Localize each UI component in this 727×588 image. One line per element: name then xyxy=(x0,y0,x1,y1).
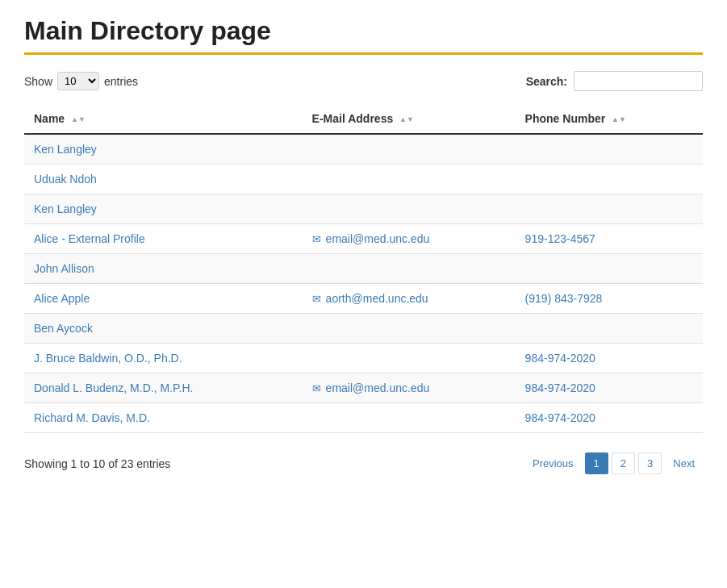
showing-entries-text: Showing 1 to 10 of 23 entries xyxy=(24,457,170,470)
column-name: Name ▲▼ xyxy=(24,104,303,134)
phone-link[interactable]: 919-123-4567 xyxy=(525,232,595,245)
page-title: Main Directory page xyxy=(24,16,703,46)
table-header-row: Name ▲▼ E-Mail Address ▲▼ Phone Number ▲… xyxy=(24,104,703,134)
row-email-cell xyxy=(303,314,516,344)
row-email-cell xyxy=(303,165,516,194)
prev-button[interactable]: Previous xyxy=(524,453,582,473)
title-divider xyxy=(24,52,703,55)
name-link[interactable]: Ben Aycock xyxy=(34,322,93,335)
row-phone-cell xyxy=(516,194,703,224)
name-link[interactable]: J. Bruce Baldwin, O.D., Ph.D. xyxy=(34,352,182,365)
row-phone-cell: 919-123-4567 xyxy=(516,224,703,254)
email-icon: ✉ xyxy=(312,233,321,245)
row-email-cell xyxy=(303,134,516,165)
page-2-button[interactable]: 2 xyxy=(612,452,635,474)
name-sort-icon[interactable]: ▲▼ xyxy=(71,116,86,123)
page-1-button[interactable]: 1 xyxy=(585,452,608,474)
table-row: Richard M. Davis, M.D.984-974-2020 xyxy=(24,403,703,433)
phone-link[interactable]: (919) 843-7928 xyxy=(525,292,603,305)
table-row: Alice - External Profile✉email@med.unc.e… xyxy=(24,224,703,254)
row-email-cell: ✉email@med.unc.edu xyxy=(303,224,516,254)
table-row: Alice Apple✉aorth@med.unc.edu(919) 843-7… xyxy=(24,284,703,314)
name-link[interactable]: Alice Apple xyxy=(34,292,90,305)
row-name-cell: John Allison xyxy=(24,254,303,284)
table-row: Uduak Ndoh xyxy=(24,165,703,194)
name-link[interactable]: Richard M. Davis, M.D. xyxy=(34,411,150,424)
row-phone-cell: 984-974-2020 xyxy=(516,344,703,373)
row-email-cell xyxy=(303,344,516,373)
row-email-cell: ✉email@med.unc.edu xyxy=(303,373,516,403)
row-phone-cell xyxy=(516,314,703,344)
name-link[interactable]: Alice - External Profile xyxy=(34,232,145,245)
table-row: J. Bruce Baldwin, O.D., Ph.D.984-974-202… xyxy=(24,344,703,373)
row-email-cell xyxy=(303,194,516,224)
column-phone-label: Phone Number xyxy=(525,112,606,125)
name-link[interactable]: Ken Langley xyxy=(34,143,97,156)
phone-link[interactable]: 984-974-2020 xyxy=(525,382,595,394)
name-link[interactable]: Ken Langley xyxy=(34,202,97,215)
table-controls: Show 10 25 50 100 entries Search: xyxy=(24,71,703,91)
column-name-label: Name xyxy=(34,112,65,125)
row-phone-cell: 984-974-2020 xyxy=(516,403,703,433)
row-name-cell: Donald L. Budenz, M.D., M.P.H. xyxy=(24,373,303,403)
row-name-cell: Alice Apple xyxy=(24,284,303,314)
row-name-cell: Ben Aycock xyxy=(24,314,303,344)
email-sort-icon[interactable]: ▲▼ xyxy=(399,116,414,123)
email-link[interactable]: email@med.unc.edu xyxy=(326,382,430,394)
table-footer: Showing 1 to 10 of 23 entries Previous 1… xyxy=(24,446,703,474)
search-input[interactable] xyxy=(574,71,703,91)
table-row: Ken Langley xyxy=(24,194,703,224)
table-row: Ken Langley xyxy=(24,134,703,165)
row-name-cell: Uduak Ndoh xyxy=(24,165,303,194)
show-entries-control: Show 10 25 50 100 entries xyxy=(24,72,138,90)
show-label: Show xyxy=(24,75,52,88)
row-phone-cell: (919) 843-7928 xyxy=(516,284,703,314)
name-link[interactable]: Donald L. Budenz, M.D., M.P.H. xyxy=(34,382,193,394)
pagination-controls: Previous 1 2 3 Next xyxy=(524,452,703,474)
row-name-cell: Richard M. Davis, M.D. xyxy=(24,403,303,433)
table-row: John Allison xyxy=(24,254,703,284)
row-name-cell: Ken Langley xyxy=(24,134,303,165)
row-email-cell: ✉aorth@med.unc.edu xyxy=(303,284,516,314)
row-phone-cell: 984-974-2020 xyxy=(516,373,703,403)
search-control: Search: xyxy=(526,71,703,91)
row-phone-cell xyxy=(516,254,703,284)
table-row: Donald L. Budenz, M.D., M.P.H.✉email@med… xyxy=(24,373,703,403)
row-name-cell: Ken Langley xyxy=(24,194,303,224)
name-link[interactable]: Uduak Ndoh xyxy=(34,173,97,186)
email-link[interactable]: aorth@med.unc.edu xyxy=(326,292,428,305)
page-3-button[interactable]: 3 xyxy=(638,452,662,474)
name-link[interactable]: John Allison xyxy=(34,262,94,275)
row-email-cell xyxy=(303,403,516,433)
row-name-cell: J. Bruce Baldwin, O.D., Ph.D. xyxy=(24,344,303,373)
email-icon: ✉ xyxy=(312,293,321,305)
table-row: Ben Aycock xyxy=(24,314,703,344)
phone-link[interactable]: 984-974-2020 xyxy=(525,411,595,424)
next-button[interactable]: Next xyxy=(665,453,703,473)
directory-table: Name ▲▼ E-Mail Address ▲▼ Phone Number ▲… xyxy=(24,104,703,433)
row-phone-cell xyxy=(516,165,703,194)
email-link[interactable]: email@med.unc.edu xyxy=(326,232,430,245)
entries-label: entries xyxy=(104,75,138,88)
phone-link[interactable]: 984-974-2020 xyxy=(525,352,595,365)
column-phone: Phone Number ▲▼ xyxy=(516,104,703,134)
column-email: E-Mail Address ▲▼ xyxy=(303,104,516,134)
row-phone-cell xyxy=(516,134,703,165)
email-icon: ✉ xyxy=(312,382,321,394)
entries-select[interactable]: 10 25 50 100 xyxy=(57,72,99,90)
row-name-cell: Alice - External Profile xyxy=(24,224,303,254)
row-email-cell xyxy=(303,254,516,284)
column-email-label: E-Mail Address xyxy=(312,112,394,125)
phone-sort-icon[interactable]: ▲▼ xyxy=(612,116,626,123)
search-label: Search: xyxy=(526,75,567,88)
